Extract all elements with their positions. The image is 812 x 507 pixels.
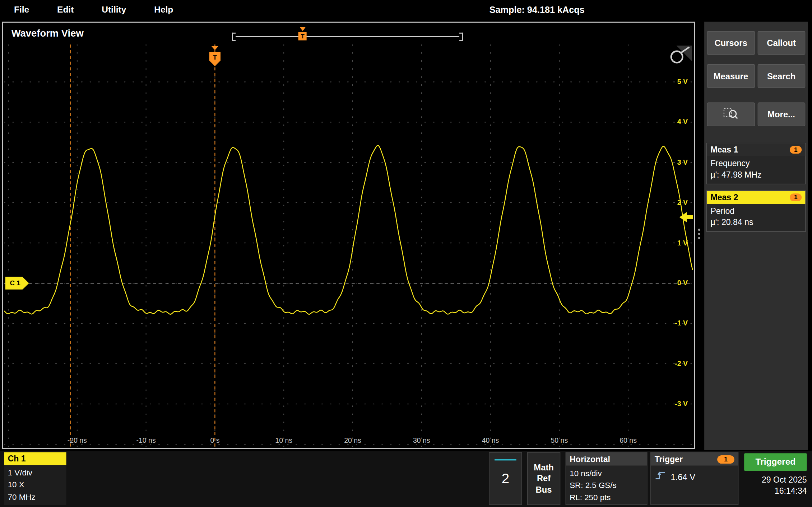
measure-button[interactable]: Measure [707,64,755,88]
graticule[interactable]: 5 V4 V3 V2 V1 V0 V-1 V-2 V-3 V -20 ns-10… [4,44,693,447]
menu-edit[interactable]: Edit [43,5,88,15]
meas1-title: Meas 1 [710,145,738,154]
measurement-badge-2[interactable]: Meas 2 1 Period µ': 20.84 ns [706,191,806,232]
meas1-body: Frequency µ': 47.98 MHz [707,156,805,184]
channel2-color-line [495,459,516,460]
datetime: 29 Oct 2025 16:14:34 [744,475,807,497]
more-button[interactable]: More... [757,103,805,126]
oscilloscope-app: File Edit Utility Help Sample: 94.181 kA… [0,0,812,507]
channel1-scale: 1 V/div [8,467,63,479]
meas1-name: Frequency [710,158,802,169]
triggered-indicator: Triggered [744,453,807,471]
channel1-probe: 10 X [8,479,63,491]
math-label: Math [534,462,554,473]
channel2-button[interactable]: 2 [489,452,522,505]
horizontal-record-length: RL: 250 pts [570,491,643,503]
bottom-bar: Ch 1 1 V/div 10 X 70 MHz 2 Math Ref Bus … [0,451,812,507]
acquisition-status: Triggered 29 Oct 2025 16:14:34 [744,453,807,497]
trigger-title: Trigger [655,455,683,464]
math-ref-bus-button[interactable]: Math Ref Bus [527,452,560,505]
meas2-body: Period µ': 20.84 ns [707,204,805,231]
meas1-header: Meas 1 1 [707,143,805,156]
channel1-badge[interactable]: Ch 1 1 V/div 10 X 70 MHz [4,452,66,505]
horizontal-settings: 10 ns/div SR: 2.5 GS/s RL: 250 pts [566,466,647,504]
trigger-t-icon: T [298,32,307,40]
trigger-source-badge: 1 [717,455,734,463]
channel1-title: Ch 1 [4,452,66,465]
measurement-badge-1[interactable]: Meas 1 1 Frequency µ': 47.98 MHz [706,143,806,184]
zoom-mode-button[interactable] [707,103,755,126]
panel-splitter-handle[interactable] [697,229,701,239]
meas2-title: Meas 2 [710,193,738,202]
right-panel-buttons-2: More... [704,88,808,126]
screen: File Edit Utility Help Sample: 94.181 kA… [0,0,812,507]
horizontal-sample-rate: SR: 2.5 GS/s [570,479,643,492]
zoom-select-icon [723,107,738,122]
waveform-plot [4,44,693,447]
trigger-header: Trigger 1 [651,453,738,466]
meas2-source-badge: 1 [790,194,802,202]
waveform-view-header: Waveform View T [3,23,694,44]
channel2-label: 2 [502,471,510,487]
trigger-level-value: 1.64 V [671,471,695,484]
trigger-triangle-icon [300,27,306,31]
rising-edge-icon [655,470,666,484]
right-panel-buttons: Cursors Callout Measure Search [704,22,808,88]
meas2-name: Period [710,206,802,217]
meas2-header: Meas 2 1 [707,191,805,204]
meas1-source-badge: 1 [790,146,802,154]
horizontal-scale: 10 ns/div [570,467,643,479]
sample-status: Sample: 94.181 kAcqs [489,0,585,20]
horizontal-title: Horizontal [570,455,610,464]
horizontal-badge[interactable]: Horizontal 10 ns/div SR: 2.5 GS/s RL: 25… [566,452,648,505]
callout-button[interactable]: Callout [757,31,805,55]
menu-bar: File Edit Utility Help Sample: 94.181 kA… [0,0,812,20]
waveform-view-panel: Waveform View T 5 V4 V3 V2 V1 V0 V-1 V-2… [2,22,695,449]
record-bar-right-bracket [459,33,463,41]
time-label: 16:14:34 [744,486,807,497]
graticule-zoom-icon[interactable] [668,46,692,67]
ref-label: Ref [537,473,551,484]
meas2-value: µ': 20.84 ns [710,217,802,228]
horizontal-header: Horizontal [566,453,647,466]
record-bar-line [236,36,459,37]
waveform-view-title: Waveform View [11,28,84,39]
channel1-bandwidth: 70 MHz [8,491,63,503]
menu-help[interactable]: Help [140,5,187,15]
trigger-badge[interactable]: Trigger 1 1.64 V [650,452,738,505]
bus-label: Bus [536,484,552,495]
cursors-button[interactable]: Cursors [707,31,755,55]
trigger-settings: 1.64 V [651,466,738,504]
search-button[interactable]: Search [757,64,805,88]
channel1-settings: 1 V/div 10 X 70 MHz [4,465,66,505]
menu-utility[interactable]: Utility [88,5,140,15]
menu-file[interactable]: File [0,5,43,15]
measurement-list: Meas 1 1 Frequency µ': 47.98 MHz Meas 2 … [704,143,808,232]
record-position-bar[interactable]: T [232,27,463,42]
date-label: 29 Oct 2025 [744,475,807,486]
right-panel: Cursors Callout Measure Search More... [704,22,808,450]
meas1-value: µ': 47.98 MHz [710,169,802,180]
corner-shade [676,46,692,61]
record-bar-left-bracket [232,33,236,41]
